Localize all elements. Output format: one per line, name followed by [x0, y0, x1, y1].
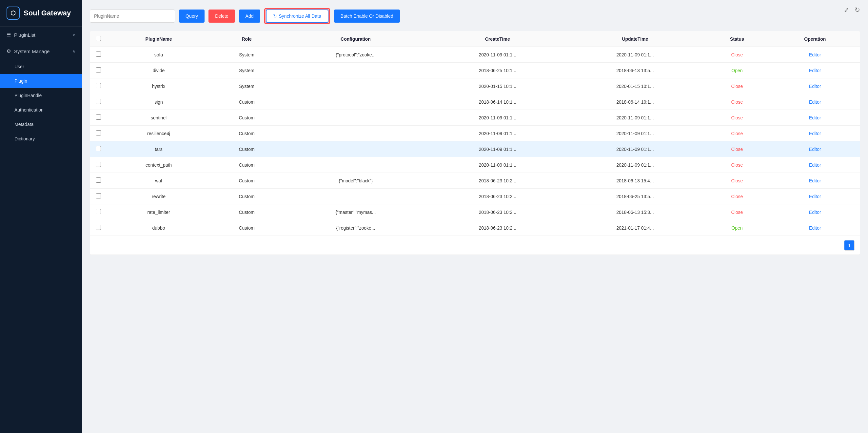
cell-create-time: 2020-11-09 01:1...: [429, 157, 566, 173]
chevron-down-icon: ∨: [72, 32, 75, 37]
cell-operation[interactable]: Editor: [770, 110, 860, 126]
row-checkbox[interactable]: [96, 52, 101, 57]
cell-update-time: 2020-11-09 01:1...: [566, 47, 704, 63]
cell-status: Close: [704, 94, 770, 110]
batch-button[interactable]: Batch Enable Or Disabled: [334, 9, 400, 23]
page-1-button[interactable]: 1: [844, 240, 855, 251]
cell-operation[interactable]: Editor: [770, 78, 860, 94]
content-area: Query Delete Add ↻ Synchronize All Data …: [82, 0, 868, 433]
cell-status: Close: [704, 204, 770, 220]
row-checkbox-cell[interactable]: [90, 78, 106, 94]
cell-role: Custom: [211, 94, 283, 110]
cell-operation[interactable]: Editor: [770, 94, 860, 110]
table-row: hystrix System 2020-01-15 10:1... 2020-0…: [90, 78, 860, 94]
cell-role: System: [211, 47, 283, 63]
cell-status: Open: [704, 63, 770, 78]
row-checkbox[interactable]: [96, 83, 101, 88]
sidebar-item-pluginhandle[interactable]: PluginHandle: [0, 88, 82, 103]
row-checkbox-cell[interactable]: [90, 110, 106, 126]
cell-configuration: [283, 94, 429, 110]
cell-create-time: 2020-11-09 01:1...: [429, 126, 566, 141]
cell-configuration: [283, 141, 429, 157]
cell-create-time: 2018-06-23 10:2...: [429, 220, 566, 236]
row-checkbox-cell[interactable]: [90, 220, 106, 236]
sidebar-item-metadata[interactable]: Metadata: [0, 117, 82, 132]
cell-update-time: 2021-01-17 01:4...: [566, 220, 704, 236]
row-checkbox-cell[interactable]: [90, 204, 106, 220]
cell-operation[interactable]: Editor: [770, 63, 860, 78]
sidebar-sub-label: Metadata: [14, 122, 33, 127]
sidebar-sub-label: Dictionary: [14, 136, 35, 141]
cell-plugin-name: rewrite: [106, 189, 211, 204]
row-checkbox[interactable]: [96, 67, 101, 73]
sidebar-item-user[interactable]: User: [0, 59, 82, 74]
row-checkbox-cell[interactable]: [90, 189, 106, 204]
cell-role: System: [211, 63, 283, 78]
table-row: rate_limiter Custom {"master":"mymas... …: [90, 204, 860, 220]
sidebar: ⬡ Soul Gateway ☰ PluginList ∨ ⚙ System M…: [0, 0, 82, 433]
cell-update-time: 2020-11-09 01:1...: [566, 157, 704, 173]
refresh-icon[interactable]: ↻: [855, 6, 860, 14]
row-checkbox-cell[interactable]: [90, 94, 106, 110]
cell-create-time: 2020-01-15 10:1...: [429, 78, 566, 94]
cell-update-time: 2020-01-15 10:1...: [566, 78, 704, 94]
sidebar-sub-label: User: [14, 64, 24, 69]
cell-operation[interactable]: Editor: [770, 126, 860, 141]
sidebar-item-pluginlist[interactable]: ☰ PluginList ∨: [0, 27, 82, 43]
row-checkbox-cell[interactable]: [90, 157, 106, 173]
query-button[interactable]: Query: [179, 9, 205, 23]
cell-operation[interactable]: Editor: [770, 157, 860, 173]
cell-operation[interactable]: Editor: [770, 173, 860, 189]
col-status: Status: [704, 31, 770, 47]
cell-operation[interactable]: Editor: [770, 220, 860, 236]
row-checkbox[interactable]: [96, 114, 101, 120]
row-checkbox-cell[interactable]: [90, 47, 106, 63]
cell-configuration: [283, 78, 429, 94]
sync-button-wrapper: ↻ Synchronize All Data: [264, 8, 330, 24]
table-row: tars Custom 2020-11-09 01:1... 2020-11-0…: [90, 141, 860, 157]
row-checkbox[interactable]: [96, 225, 101, 230]
cell-operation[interactable]: Editor: [770, 47, 860, 63]
sync-button[interactable]: ↻ Synchronize All Data: [266, 9, 329, 23]
chevron-up-icon: ∧: [72, 49, 75, 54]
col-operation: Operation: [770, 31, 860, 47]
row-checkbox[interactable]: [96, 177, 101, 183]
row-checkbox[interactable]: [96, 99, 101, 104]
expand-icon[interactable]: ⤢: [844, 6, 849, 14]
row-checkbox[interactable]: [96, 146, 101, 151]
sidebar-item-system-manage[interactable]: ⚙ System Manage ∧: [0, 43, 82, 59]
row-checkbox[interactable]: [96, 130, 101, 136]
cell-configuration: [283, 189, 429, 204]
cell-status: Close: [704, 47, 770, 63]
cell-update-time: 2018-06-13 15:3...: [566, 204, 704, 220]
cell-role: Custom: [211, 173, 283, 189]
sidebar-item-plugin[interactable]: Plugin: [0, 74, 82, 88]
select-all-checkbox[interactable]: [96, 36, 101, 41]
row-checkbox-cell[interactable]: [90, 126, 106, 141]
cell-create-time: 2018-06-23 10:2...: [429, 204, 566, 220]
row-checkbox[interactable]: [96, 162, 101, 167]
sidebar-sub-label: Authentication: [14, 107, 43, 113]
col-create-time: CreateTime: [429, 31, 566, 47]
cell-configuration: [283, 126, 429, 141]
cell-operation[interactable]: Editor: [770, 141, 860, 157]
delete-button[interactable]: Delete: [209, 9, 235, 23]
row-checkbox[interactable]: [96, 209, 101, 214]
add-button[interactable]: Add: [239, 9, 260, 23]
cell-configuration: {"master":"mymas...: [283, 204, 429, 220]
cell-role: Custom: [211, 204, 283, 220]
cell-role: Custom: [211, 141, 283, 157]
search-input[interactable]: [90, 9, 175, 23]
row-checkbox[interactable]: [96, 193, 101, 198]
cell-operation[interactable]: Editor: [770, 189, 860, 204]
table-row: waf Custom {"model":"black"} 2018-06-23 …: [90, 173, 860, 189]
row-checkbox-cell[interactable]: [90, 141, 106, 157]
row-checkbox-cell[interactable]: [90, 63, 106, 78]
cell-update-time: 2020-11-09 01:1...: [566, 110, 704, 126]
col-update-time: UpdateTime: [566, 31, 704, 47]
row-checkbox-cell[interactable]: [90, 173, 106, 189]
cell-operation[interactable]: Editor: [770, 204, 860, 220]
sidebar-item-dictionary[interactable]: Dictionary: [0, 132, 82, 146]
sidebar-item-authentication[interactable]: Authentication: [0, 103, 82, 117]
sidebar-sub-label: PluginHandle: [14, 93, 42, 98]
